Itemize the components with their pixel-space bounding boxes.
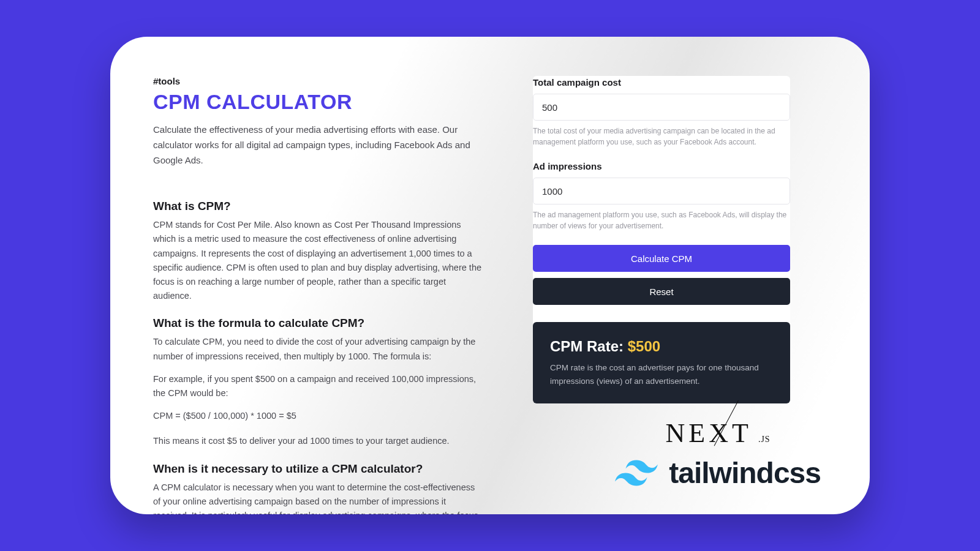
page-title: CPM CALCULATOR — [153, 90, 496, 114]
section-body-what-is-cpm: CPM stands for Cost Per Mile. Also known… — [153, 218, 484, 303]
intro-text: Calculate the effectiveness of your medi… — [153, 122, 472, 168]
nextjs-suffix: .JS — [758, 435, 771, 444]
calculate-button[interactable]: Calculate CPM — [533, 245, 790, 272]
tailwind-text: tailwindcss — [669, 456, 821, 490]
help-ad-impressions: The ad management platform you use, such… — [533, 209, 790, 231]
section-heading-what-is-cpm: What is CPM? — [153, 200, 496, 213]
result-description: CPM rate is the cost an advertiser pays … — [550, 361, 773, 388]
category-tag: #tools — [153, 76, 496, 86]
tailwindcss-logo: tailwindcss — [615, 456, 821, 490]
label-total-cost: Total campaign cost — [533, 77, 790, 88]
tailwind-mark-icon — [615, 460, 658, 487]
result-amount: $500 — [628, 338, 660, 354]
reset-button[interactable]: Reset — [533, 278, 790, 305]
nextjs-text: NEXT — [666, 418, 752, 449]
section-body-formula-1: To calculate CPM, you need to divide the… — [153, 335, 484, 363]
section-heading-when: When is it necessary to utilize a CPM ca… — [153, 462, 496, 476]
result-label: CPM Rate: — [550, 338, 628, 354]
section-body-formula-2: For example, if you spent $500 on a camp… — [153, 372, 484, 400]
section-body-formula-3: This means it cost $5 to deliver your ad… — [153, 434, 484, 448]
input-total-cost[interactable] — [533, 94, 790, 121]
result-title: CPM Rate: $500 — [550, 338, 773, 355]
section-heading-formula: What is the formula to calculate CPM? — [153, 317, 496, 330]
nextjs-logo: NEXT .JS — [666, 418, 771, 449]
result-card: CPM Rate: $500 CPM rate is the cost an a… — [533, 322, 790, 403]
formula-expression: CPM = ($500 / 100,000) * 1000 = $5 — [153, 409, 496, 423]
content-column: #tools CPM CALCULATOR Calculate the effe… — [153, 76, 496, 484]
app-card: #tools CPM CALCULATOR Calculate the effe… — [110, 37, 870, 514]
input-ad-impressions[interactable] — [533, 178, 790, 204]
label-ad-impressions: Ad impressions — [533, 161, 790, 171]
tech-logos: NEXT .JS tailwindcss — [615, 418, 821, 490]
section-body-when: A CPM calculator is necessary when you w… — [153, 481, 484, 515]
help-total-cost: The total cost of your media advertising… — [533, 126, 790, 148]
